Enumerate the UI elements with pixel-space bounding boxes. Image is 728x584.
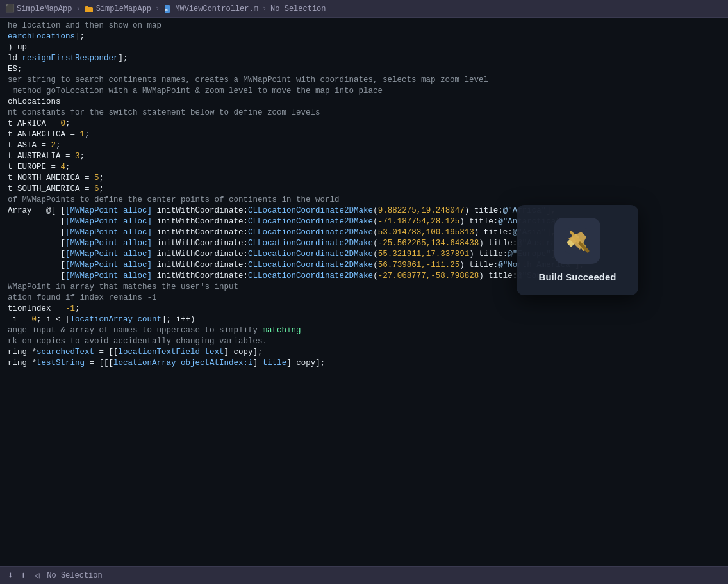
code-line: t ANTARCTICA = 1; [0, 129, 728, 140]
build-success-label: Build Succeeded [539, 272, 616, 282]
file-icon: m [163, 4, 172, 13]
status-bar: ⬇ ⬆ ◁ No Selection [0, 566, 728, 584]
breadcrumb-app[interactable]: ⬛ SimpleMapApp [5, 4, 72, 13]
code-line: t EUROPE = 4; [0, 162, 728, 173]
app-icon: ⬛ [5, 4, 14, 13]
code-line: he location and then show on map [0, 20, 728, 31]
code-line: ES; [0, 64, 728, 75]
code-line: t NORTH_AMERICA = 5; [0, 173, 728, 184]
code-line: ) up [0, 42, 728, 53]
code-line: t ASIA = 2; [0, 140, 728, 151]
breadcrumb-sep-1: › [76, 4, 80, 13]
location-icon[interactable]: ◁ [34, 570, 39, 581]
hammer-icon [562, 225, 593, 256]
folder-icon [85, 4, 94, 13]
code-line: ser string to search continents names, c… [0, 75, 728, 86]
code-line: t SOUTH_AMERICA = 6; [0, 184, 728, 195]
breadcrumb-bar: ⬛ SimpleMapApp › SimpleMapApp › m MWView… [0, 0, 728, 18]
breadcrumb-file[interactable]: m MWViewController.m [163, 4, 258, 13]
code-line: method goToLocation with a MWMapPoint & … [0, 86, 728, 97]
download-icon[interactable]: ⬇ [8, 570, 13, 581]
breadcrumb-selection: No Selection [270, 4, 326, 13]
code-line: earchLocations]; [0, 31, 728, 42]
breadcrumb-sep-2: › [155, 4, 160, 13]
code-line: nt constants for the switch statement be… [0, 108, 728, 118]
code-line: rk on copies to avoid accidentally chang… [0, 336, 728, 347]
code-line: chLocations [0, 97, 728, 108]
upload-icon[interactable]: ⬆ [21, 570, 26, 581]
svg-text:m: m [165, 8, 168, 12]
build-icon-wrapper [554, 218, 600, 264]
build-notification: Build Succeeded [517, 205, 638, 295]
code-line: ring *searchedText = [[locationTextField… [0, 347, 728, 358]
code-line: t AFRICA = 0; [0, 118, 728, 129]
svg-rect-1 [85, 6, 88, 8]
selection-status: No Selection [47, 571, 102, 580]
breadcrumb-folder[interactable]: SimpleMapApp [85, 4, 151, 13]
code-line: ange input & array of names to uppercase… [0, 325, 728, 336]
code-line: tionIndex = -1; [0, 304, 728, 314]
code-line: ring *testString = [[[locationArray obje… [0, 358, 728, 369]
code-line: ld resignFirstResponder]; [0, 53, 728, 64]
breadcrumb-sep-3: › [262, 4, 267, 13]
code-line: of MWMapPoints to define the center poin… [0, 195, 728, 206]
code-line: t AUSTRALIA = 3; [0, 151, 728, 162]
code-line: i = 0; i < [locationArray count]; i++) [0, 314, 728, 325]
